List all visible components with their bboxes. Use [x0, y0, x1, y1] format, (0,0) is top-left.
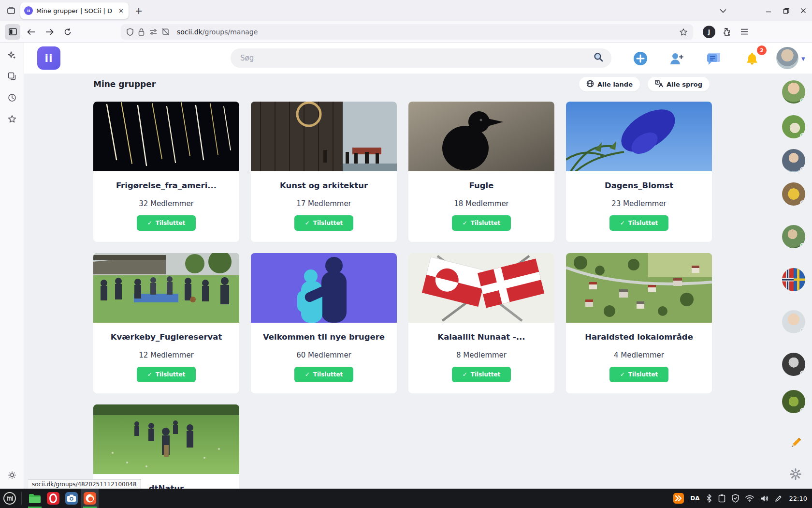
profile-avatar[interactable] — [776, 47, 798, 69]
user-avatar[interactable] — [782, 115, 805, 138]
site-settings-gear-button[interactable] — [787, 465, 804, 483]
joined-button[interactable]: ✓Tilsluttet — [609, 215, 668, 231]
edit-pencil-button[interactable] — [786, 433, 805, 453]
search-input[interactable] — [240, 54, 593, 62]
socii-logo[interactable]: ii — [37, 46, 60, 70]
filter-all-languages-button[interactable]: Alle sprog — [648, 77, 710, 91]
user-avatar[interactable] — [782, 390, 805, 413]
tab-close-icon[interactable]: ✕ — [117, 7, 125, 15]
taskbar-clock[interactable]: 22:10 — [789, 495, 807, 502]
quick-launch-icon[interactable] — [673, 493, 684, 504]
check-icon: ✓ — [463, 220, 467, 226]
group-title: Kunst og arkitektur — [251, 181, 397, 190]
clipboard-icon[interactable] — [718, 494, 725, 503]
forward-button[interactable] — [42, 24, 57, 40]
group-card[interactable]: Kunst og arkitektur 17 Medlemmer ✓Tilslu… — [251, 102, 397, 242]
user-avatar[interactable] — [782, 310, 805, 333]
bookmark-star-icon[interactable] — [680, 28, 687, 36]
user-avatar[interactable] — [782, 225, 805, 248]
system-tray: DA 22:10 — [673, 493, 812, 504]
group-card-partial[interactable]: dtNatur — [93, 404, 239, 489]
group-card[interactable]: Kværkeby_Fuglereservat 12 Medlemmer ✓Til… — [93, 253, 239, 393]
volume-icon[interactable] — [760, 495, 768, 502]
group-card[interactable]: Haraldsted lokalområde 4 Medlemmer ✓Tils… — [566, 253, 712, 393]
camera-icon — [65, 492, 78, 505]
url-domain: socii.dk — [177, 28, 203, 36]
back-button[interactable] — [23, 24, 39, 40]
history-clock-icon[interactable] — [4, 91, 20, 105]
tab-title: Mine grupper | SOCii | D — [36, 7, 114, 15]
joined-label: Tilsluttet — [628, 220, 658, 226]
firefox-account-button[interactable]: J — [703, 26, 715, 38]
profile-chevron-down-icon[interactable]: ▼ — [801, 56, 805, 61]
group-card[interactable]: Frigørelse_fra_ameri... 32 Medlemmer ✓Ti… — [93, 102, 239, 242]
friend-requests-button[interactable] — [669, 51, 684, 66]
firefox-view-button[interactable] — [4, 3, 18, 18]
blocked-content-icon[interactable] — [162, 28, 169, 35]
search-icon[interactable] — [593, 52, 604, 64]
joined-label: Tilsluttet — [471, 220, 501, 226]
joined-button[interactable]: ✓Tilsluttet — [452, 367, 511, 382]
synced-tabs-icon[interactable] — [4, 70, 20, 83]
menu-hamburger-icon[interactable] — [737, 24, 752, 40]
extensions-puzzle-icon[interactable] — [718, 24, 734, 40]
keyboard-layout-indicator[interactable]: DA — [690, 495, 699, 502]
joined-button[interactable]: ✓Tilsluttet — [137, 215, 196, 231]
permissions-icon[interactable] — [149, 29, 157, 35]
group-card[interactable]: Velkommen til nye brugere 60 Medlemmer ✓… — [251, 253, 397, 393]
user-avatar[interactable] — [782, 149, 805, 172]
taskbar: DA 22:10 — [0, 489, 812, 508]
create-post-button[interactable] — [633, 51, 648, 66]
minimize-button[interactable] — [760, 3, 777, 18]
firefox-taskbar-button[interactable] — [81, 489, 99, 508]
group-card[interactable]: Kalaallit Nunaat -... 8 Medlemmer ✓Tilsl… — [408, 253, 554, 393]
filter-country-label: Alle lande — [597, 81, 633, 88]
sidebar-toggle-button[interactable] — [5, 24, 20, 40]
pencil-icon — [789, 437, 802, 449]
group-card[interactable]: Fugle 18 Medlemmer ✓Tilsluttet — [408, 102, 554, 242]
ai-chatbot-icon[interactable] — [4, 48, 20, 62]
new-tab-button[interactable]: + — [131, 3, 146, 18]
user-avatar[interactable] — [782, 80, 805, 104]
search-bar[interactable] — [231, 48, 611, 68]
opera-taskbar-button[interactable] — [44, 489, 62, 508]
online-friends-rail — [782, 74, 805, 489]
lock-icon[interactable] — [138, 28, 145, 36]
restore-button[interactable] — [777, 3, 795, 18]
group-card[interactable]: Dagens_Blomst 23 Medlemmer ✓Tilsluttet — [566, 102, 712, 242]
offline-status-dot — [800, 200, 805, 206]
joined-button[interactable]: ✓Tilsluttet — [294, 367, 353, 382]
joined-button[interactable]: ✓Tilsluttet — [137, 367, 196, 382]
sidebar-settings-gear-icon[interactable] — [4, 468, 20, 482]
bookmarks-star-icon[interactable] — [4, 112, 20, 126]
joined-button[interactable]: ✓Tilsluttet — [294, 215, 353, 231]
firefox-sidebar-rail — [0, 43, 24, 489]
reload-button[interactable] — [60, 24, 75, 40]
user-avatar[interactable] — [782, 182, 805, 206]
plus-circle-icon — [633, 51, 648, 66]
list-tabs-chevron-icon[interactable] — [715, 3, 731, 18]
url-text[interactable]: socii.dk/groups/manage — [177, 28, 258, 36]
joined-button[interactable]: ✓Tilsluttet — [452, 215, 511, 231]
filter-all-countries-button[interactable]: Alle lande — [579, 77, 640, 91]
group-cover-blue-flower — [566, 102, 712, 171]
active-tab[interactable]: ii Mine grupper | SOCii | D ✕ — [20, 2, 129, 19]
firewall-shield-icon[interactable] — [732, 494, 739, 503]
mint-menu-button[interactable] — [0, 489, 19, 508]
groups-grid: Frigørelse_fra_ameri... 32 Medlemmer ✓Ti… — [93, 102, 712, 489]
url-bar[interactable]: socii.dk/groups/manage — [121, 24, 693, 40]
files-taskbar-button[interactable] — [26, 489, 44, 508]
tablet-pen-icon[interactable] — [775, 495, 782, 502]
user-avatar[interactable] — [782, 353, 805, 376]
joined-button[interactable]: ✓Tilsluttet — [609, 367, 668, 382]
messages-button[interactable] — [706, 51, 721, 66]
close-window-button[interactable] — [795, 3, 812, 18]
gear-icon — [789, 468, 802, 480]
taskbar-separator — [21, 492, 22, 505]
bluetooth-icon[interactable] — [706, 494, 712, 503]
notification-count-badge: 2 — [757, 45, 767, 55]
screenshot-taskbar-button[interactable] — [63, 489, 80, 508]
shield-icon[interactable] — [127, 28, 133, 36]
user-avatar-flags[interactable] — [782, 268, 805, 291]
network-wifi-icon[interactable] — [745, 495, 754, 502]
